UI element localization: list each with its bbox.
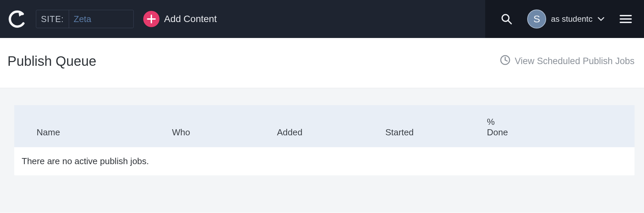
user-menu[interactable]: S as studentc: [527, 9, 605, 28]
column-header-name: Name: [37, 127, 172, 138]
topbar-left: SITE: Zeta Add Content: [0, 0, 485, 38]
add-content-label: Add Content: [164, 14, 217, 24]
column-header-started: Started: [385, 127, 487, 138]
search-icon[interactable]: [501, 13, 512, 25]
topbar-right: S as studentc: [485, 0, 644, 38]
empty-state-message: There are no active publish jobs.: [14, 147, 635, 175]
column-header-pct-done: % Done: [487, 117, 517, 138]
clock-icon: [500, 55, 511, 68]
add-content-button[interactable]: Add Content: [143, 11, 217, 27]
publish-queue-table: Name Who Added Started % Done There are …: [14, 105, 635, 175]
chevron-down-icon: [597, 15, 605, 23]
svg-line-9: [505, 60, 507, 61]
page-title: Publish Queue: [7, 54, 96, 69]
page-header: Publish Queue View Scheduled Publish Job…: [0, 38, 644, 88]
view-scheduled-jobs-link[interactable]: View Scheduled Publish Jobs: [500, 55, 635, 68]
site-selector[interactable]: SITE: Zeta: [36, 10, 134, 28]
topbar: SITE: Zeta Add Content S as studentc: [0, 0, 644, 38]
avatar: S: [527, 9, 546, 28]
table-header-row: Name Who Added Started % Done: [14, 105, 635, 147]
content-area: Name Who Added Started % Done There are …: [0, 88, 644, 213]
plus-icon: [143, 11, 159, 27]
user-as-label: as studentc: [551, 14, 593, 24]
app-logo-icon[interactable]: [7, 9, 26, 28]
svg-line-3: [508, 21, 511, 24]
column-header-who: Who: [172, 127, 277, 138]
hamburger-menu-icon[interactable]: [620, 14, 632, 24]
site-selector-label: SITE:: [36, 10, 69, 28]
view-scheduled-jobs-label: View Scheduled Publish Jobs: [515, 56, 635, 66]
column-header-added: Added: [277, 127, 385, 138]
site-selector-value: Zeta: [69, 10, 133, 28]
